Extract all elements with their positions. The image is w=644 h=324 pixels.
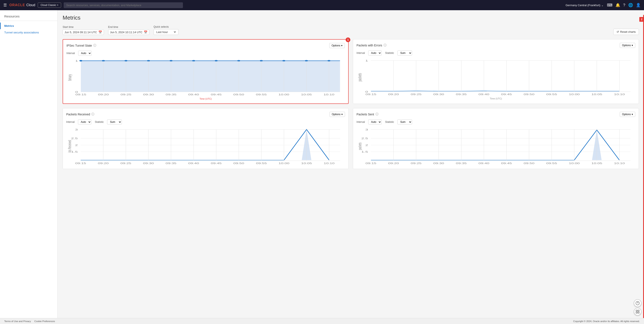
svg-text:09:55: 09:55 [546, 93, 557, 96]
chart3-options-button[interactable]: Options ▾ [330, 112, 345, 117]
svg-text:10:00: 10:00 [569, 93, 580, 96]
quick-selects-label: Quick selects [154, 25, 178, 28]
chart2-statistic-label: Statistic [385, 51, 394, 54]
svg-text:1.5: 1.5 [362, 150, 368, 153]
svg-text:09:40: 09:40 [478, 93, 490, 96]
svg-rect-141 [636, 312, 638, 313]
chart3-interval-select[interactable]: Auto1m5m1h [78, 119, 91, 125]
chart4-interval-label: Interval [356, 120, 365, 123]
chart2-controls: Interval Auto1m5m1h Statistic SumMeanMax… [356, 50, 635, 55]
chart2-statistic-select[interactable]: SumMeanMaxMin [398, 50, 412, 55]
chart4-interval-select[interactable]: Auto1m5m1h [368, 119, 382, 125]
svg-text:10:05: 10:05 [592, 93, 602, 96]
svg-marker-5 [81, 61, 340, 92]
quick-selects-dropdown[interactable]: Last hour Last 6 hours Last 24 hours Las… [154, 29, 178, 35]
chart1-svg: 1 0 binary [66, 58, 345, 97]
svg-text:09:15: 09:15 [366, 93, 376, 96]
sidebar-item-tunnel-security[interactable]: Tunnel security associations [0, 29, 57, 36]
svg-rect-140 [638, 310, 639, 312]
chart1-info-icon[interactable]: ⓘ [93, 44, 96, 47]
packets-with-errors-card: Packets with Errors ⓘ Options ▾ Interval… [353, 39, 639, 104]
svg-text:10:00: 10:00 [278, 162, 290, 165]
oracle-logo: ORACLE Cloud [9, 3, 35, 7]
svg-text:1: 1 [366, 59, 368, 62]
svg-text:09:25: 09:25 [120, 162, 131, 165]
svg-text:3: 3 [366, 128, 368, 131]
red-right-border [643, 15, 644, 318]
svg-rect-142 [638, 312, 639, 313]
svg-text:10:05: 10:05 [592, 162, 602, 165]
chart3-interval-label: Interval [66, 120, 74, 123]
bell-icon[interactable]: 🔔 [616, 3, 620, 7]
reset-label: Reset charts [620, 30, 636, 33]
chart3-statistic-label: Statistic [95, 120, 104, 123]
svg-text:09:35: 09:35 [166, 162, 176, 165]
hamburger-icon[interactable]: ☰ [4, 3, 7, 7]
chart4-statistic-select[interactable]: SumMeanMaxMin [398, 119, 412, 125]
user-icon[interactable]: 👤 [636, 3, 640, 7]
help-icon[interactable]: ? [623, 3, 625, 7]
svg-text:kts Received: kts Received [67, 140, 72, 152]
chart4-options-button[interactable]: Options ▾ [620, 112, 635, 117]
terminal-icon[interactable]: ⌨ [607, 3, 612, 7]
end-time-input-wrap[interactable]: Jun 5, 2024 10:11:14 UTC 📅 [108, 29, 150, 35]
svg-text:09:30: 09:30 [143, 162, 154, 165]
footer-links: Terms of Use and Privacy Cookie Preferen… [4, 320, 55, 323]
svg-text:09:55: 09:55 [256, 93, 267, 96]
reset-charts-button[interactable]: ↺ Reset charts [613, 29, 639, 35]
sidebar-item-metrics[interactable]: Metrics [0, 22, 57, 29]
region-selector[interactable]: Germany Central (Frankfurt) ⌄ [566, 3, 604, 7]
options-chevron-icon-3: ▾ [342, 113, 343, 116]
svg-text:09:40: 09:40 [188, 93, 199, 96]
chart2-interval-select[interactable]: Auto1m5m1h [368, 50, 382, 55]
main-content: Metrics Start time Jun 5, 2024 09:11:14 … [58, 10, 644, 318]
chart4-info-icon[interactable]: ⓘ [376, 112, 378, 116]
end-time-label: End time [108, 25, 150, 28]
chart3-info-icon[interactable]: ⓘ [91, 112, 94, 116]
svg-text:09:30: 09:30 [434, 93, 444, 96]
svg-text:09:50: 09:50 [524, 93, 534, 96]
footer-copyright: Copyright © 2024, Oracle and/or its affi… [573, 320, 640, 323]
chart4-title: Packets Sent ⓘ [356, 112, 378, 116]
svg-text:09:15: 09:15 [76, 93, 86, 96]
chart3-controls: Interval Auto1m5m1h Statistic SumMeanMax… [66, 119, 345, 125]
grid-button[interactable] [634, 308, 642, 316]
chart2-options-button[interactable]: Options ▾ [620, 43, 635, 48]
cookie-link[interactable]: Cookie Preferences [34, 320, 55, 323]
quick-selects-select[interactable]: Last hour Last 6 hours Last 24 hours Las… [156, 30, 176, 34]
chart1-badge: 1 [346, 37, 350, 42]
svg-text:09:35: 09:35 [456, 93, 467, 96]
search-input[interactable] [64, 2, 183, 8]
chart1-title: IPSec Tunnel State ⓘ [66, 44, 96, 47]
right-border-badge: 2 [639, 17, 644, 22]
packets-sent-card: Packets Sent ⓘ Options ▾ Interval Auto1m… [353, 108, 639, 169]
chart4-svg: 3 2.5 2 1.5 packets 09:15 09:20 09:25 09… [356, 127, 635, 165]
svg-text:10:05: 10:05 [301, 162, 312, 165]
end-time-value: Jun 5, 2024 10:11:14 UTC [110, 31, 143, 34]
start-time-input-wrap[interactable]: Jun 5, 2024 09:11:14 UTC 📅 [62, 29, 104, 35]
chart1-options-button[interactable]: Options ▾ [329, 43, 345, 48]
chart1-interval-select[interactable]: Auto1m5m1h [78, 51, 92, 56]
svg-text:1.5: 1.5 [71, 150, 78, 153]
chart2-svg: 1 0 packets 09:15 09:20 09:25 09:30 09:3… [356, 58, 635, 96]
svg-text:09:25: 09:25 [120, 93, 132, 96]
help-icon-wrap [634, 299, 642, 316]
reset-icon: ↺ [616, 30, 619, 33]
terms-link[interactable]: Terms of Use and Privacy [4, 320, 31, 323]
svg-text:09:35: 09:35 [456, 162, 467, 165]
help-button[interactable] [634, 299, 642, 307]
svg-text:09:20: 09:20 [98, 162, 108, 165]
svg-text:10:10: 10:10 [324, 93, 334, 96]
svg-text:0: 0 [76, 91, 78, 93]
chart2-info-icon[interactable]: ⓘ [384, 43, 386, 47]
svg-text:10:10: 10:10 [324, 162, 334, 165]
chart2-interval-label: Interval [356, 51, 365, 54]
svg-text:09:25: 09:25 [410, 93, 422, 96]
ipsec-tunnel-state-card: 1 IPSec Tunnel State ⓘ Options ▾ Interva… [62, 39, 348, 104]
chart3-statistic-select[interactable]: SumMeanMaxMin [107, 119, 122, 125]
globe-icon[interactable]: 🌐 [628, 3, 633, 7]
svg-text:09:40: 09:40 [188, 162, 199, 165]
svg-rect-139 [636, 310, 638, 312]
svg-text:10:05: 10:05 [301, 93, 312, 96]
cloud-classic-button[interactable]: Cloud Classic > [38, 2, 61, 8]
